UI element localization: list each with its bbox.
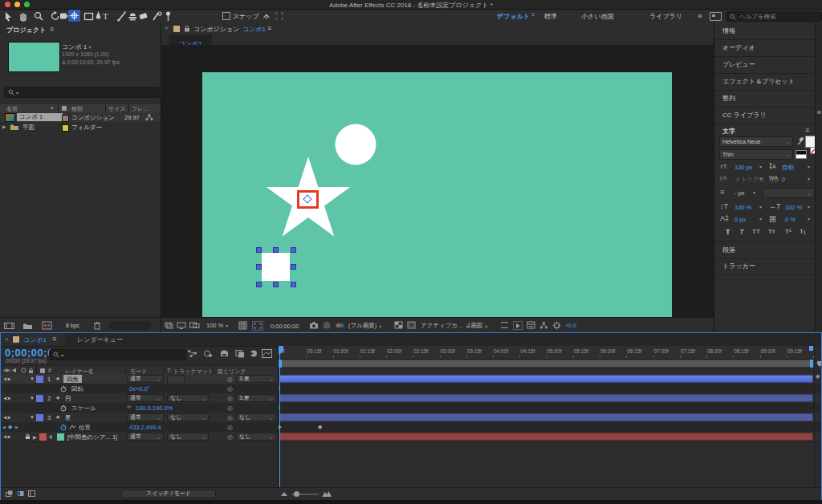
trash-icon[interactable] (93, 321, 101, 330)
help-search-field[interactable]: ヘルプを検索 (726, 11, 822, 22)
tracking-value[interactable]: 0 (782, 176, 785, 183)
project-row-folder-name[interactable]: 平面 (22, 124, 35, 132)
zoom-tool-button[interactable] (33, 10, 44, 22)
font-size-value[interactable]: 100 px (735, 164, 753, 171)
resolution-dropdown[interactable]: (フル画質)▾ (348, 322, 381, 330)
timeline-tab-menu-icon[interactable]: ≡ (52, 335, 56, 343)
expand-transfer-controls-icon[interactable] (17, 490, 24, 497)
selection-handle[interactable] (291, 264, 296, 270)
eye-icon[interactable] (3, 415, 11, 421)
workspace-tab-library[interactable]: ライブラリ (649, 12, 682, 21)
playhead-marker[interactable] (279, 346, 283, 352)
choose-grid-icon[interactable] (238, 321, 247, 330)
comp-mini-flowchart-icon[interactable] (187, 349, 197, 358)
section-paragraph[interactable]: 段落 (714, 241, 822, 259)
snap-checkbox-icon[interactable] (222, 12, 230, 20)
close-panel-icon[interactable]: × (165, 24, 169, 31)
workspace-tab-default[interactable]: デフォルト (497, 12, 530, 21)
timeline-panel-icon[interactable] (527, 321, 535, 329)
expand-in-out-icon[interactable] (28, 490, 35, 497)
blend-mode-dropdown[interactable]: 通常⌄ (127, 433, 164, 441)
keyframe-next-icon[interactable]: ▶ (15, 425, 18, 429)
selection-handle[interactable] (256, 282, 262, 287)
hide-shy-layers-icon[interactable] (219, 349, 230, 358)
magnification-dropdown[interactable]: 100 %▾ (206, 322, 228, 329)
comp-out-marker[interactable] (809, 346, 813, 351)
property-name[interactable]: 位置 (79, 424, 91, 432)
kerning-caret[interactable]: ▾ (759, 176, 762, 181)
subscript-button[interactable]: T₁ (800, 228, 806, 235)
layer-name[interactable]: 星 (65, 414, 71, 422)
layer-label-chip[interactable] (36, 376, 43, 383)
snap-label[interactable]: スナップ (233, 12, 259, 21)
expand-layer-switches-icon[interactable] (6, 490, 13, 497)
new-composition-icon[interactable] (42, 321, 52, 330)
interpret-footage-icon[interactable] (4, 322, 14, 330)
expand-triangle-icon[interactable]: ▶ (33, 434, 37, 440)
graph-editor-icon[interactable] (262, 349, 272, 358)
comp-button-icon[interactable]: ◆ (816, 373, 820, 380)
frame-blending-icon[interactable] (235, 349, 245, 358)
sort-ascending-icon[interactable]: ▲ (50, 105, 55, 110)
eraser-tool-button[interactable] (138, 11, 149, 21)
layer-name[interactable]: [中間色のシア... 1] (67, 433, 117, 441)
baseline-shift-caret[interactable]: ▾ (759, 216, 762, 222)
workspace-tab-standard[interactable]: 標準 (544, 12, 557, 21)
property-value[interactable]: 433.2,499.4 (129, 424, 161, 431)
tsume-caret[interactable]: ▾ (808, 216, 810, 222)
parent-pickwhip-icon[interactable]: ◎ (227, 433, 233, 441)
show-snapshot-icon[interactable] (323, 322, 331, 329)
label-color-chip[interactable] (62, 115, 69, 122)
comp-marker-bin-icon[interactable] (816, 360, 821, 368)
layer-label-chip[interactable] (36, 414, 43, 421)
zoom-slider-knob[interactable] (294, 491, 299, 497)
stopwatch-icon[interactable] (60, 424, 67, 431)
composition-canvas[interactable] (202, 72, 672, 337)
font-style-dropdown[interactable]: Thin⌄ (719, 149, 793, 160)
vertical-scale-value[interactable]: 100 % (735, 204, 751, 211)
draft-3d-icon[interactable] (203, 349, 213, 358)
layer2-duration-bar[interactable] (279, 394, 813, 402)
workspace-tab-small-screen[interactable]: 小さい画面 (581, 12, 613, 21)
mask-visibility-icon[interactable] (407, 321, 416, 329)
stroke-width-caret[interactable]: ▾ (753, 189, 755, 195)
workspace-overflow-chevron[interactable]: » (698, 11, 702, 20)
align-guides-icon[interactable] (262, 11, 271, 21)
exposure-value[interactable]: +0.0 (565, 323, 576, 328)
tracking-caret[interactable]: ▾ (808, 176, 810, 181)
label-color-chip[interactable] (62, 124, 69, 132)
stopwatch-icon[interactable] (60, 385, 67, 392)
expand-triangle-icon[interactable]: ▼ (30, 415, 35, 420)
faux-italic-button[interactable]: T (739, 228, 744, 236)
motion-blur-icon[interactable] (249, 349, 258, 358)
pixel-aspect-correction-icon[interactable] (500, 321, 509, 329)
project-panel-menu-icon[interactable]: ≡ (50, 25, 54, 33)
viewer-timecode[interactable]: 0;00;00;00 (271, 323, 299, 330)
expression-pickwhip-icon[interactable]: ◎ (227, 404, 233, 412)
stopwatch-icon[interactable] (60, 404, 67, 412)
section-cc-libraries[interactable]: CC ライブラリ (714, 107, 822, 124)
roto-brush-tool-button[interactable] (151, 10, 163, 22)
pan-behind-tool-button[interactable] (68, 10, 80, 22)
work-area-bar[interactable] (280, 360, 811, 367)
section-tracker[interactable]: トラッカー (714, 258, 822, 275)
faux-bold-button[interactable]: T (726, 228, 730, 236)
selection-handle[interactable] (273, 247, 279, 253)
parent-dropdown[interactable]: 3.星⌄ (236, 375, 276, 383)
snapshot-camera-icon[interactable] (309, 322, 319, 329)
layer-label-chip[interactable] (36, 395, 43, 402)
type-tool-button[interactable]: T (103, 11, 108, 21)
expand-triangle-icon[interactable]: ▶ (2, 124, 6, 129)
project-bit-depth[interactable]: 8 bpc (66, 323, 79, 328)
leading-caret[interactable]: ▾ (808, 164, 810, 169)
composition-panel-menu-icon[interactable]: ≡ (267, 24, 271, 32)
switch-mode-button[interactable]: スイッチ / モード (121, 490, 216, 498)
parent-pickwhip-icon[interactable]: ◎ (227, 414, 233, 421)
track-matte-dropdown[interactable]: なし⌄ (167, 433, 209, 441)
parent-pickwhip-icon[interactable]: ◎ (227, 376, 233, 383)
project-row-folder[interactable]: ▶ 平面 フォルダー (0, 122, 161, 132)
superscript-button[interactable]: T¹ (785, 228, 791, 235)
parent-dropdown[interactable]: なし⌄ (236, 433, 276, 441)
layer-label-chip[interactable] (39, 433, 47, 441)
default-fill-stroke-swatches[interactable] (796, 150, 805, 158)
